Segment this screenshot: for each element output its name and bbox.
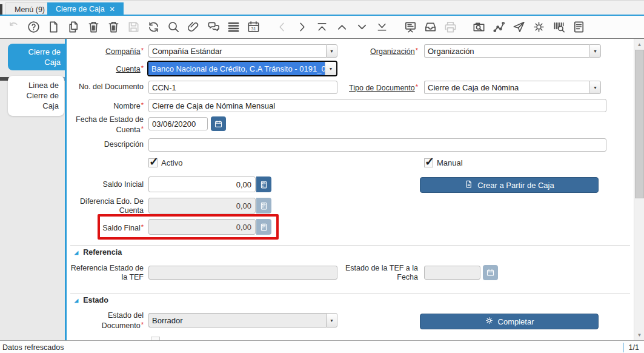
diferencia-label: Diferencia Edo. De Cuenta [67,197,144,215]
window-edge [0,4,2,16]
lines-icon[interactable] [224,18,243,36]
top-icon[interactable] [313,18,331,36]
tab-cierre-de-caja[interactable]: Cierre de Caja ✕ [47,2,124,16]
trash-icon[interactable] [84,18,103,36]
activo-checkbox[interactable]: ✓ [148,158,158,167]
barcode-icon[interactable] [549,18,568,36]
check-icon: ✓ [425,155,434,169]
no-documento-input[interactable]: CCN-1 [148,81,337,94]
referencia-section-label: Referencia [83,248,122,257]
estado-section-label: Estado [83,296,108,304]
next-icon[interactable] [293,18,311,36]
activo-checkbox-row: ✓ Activo [148,158,182,167]
chevron-down-icon[interactable]: ▼ [589,44,601,58]
chevron-down-icon[interactable]: ▼ [326,313,337,328]
nombre-label: Nombre* [67,101,144,111]
vertical-scrollbar[interactable]: ▲ ▼ [634,39,644,340]
fecha-estado-input[interactable]: 03/06/20200 [148,117,208,130]
search-icon[interactable] [164,18,183,36]
manual-label: Manual [437,158,463,167]
organizacion-value[interactable]: Organización [424,44,589,58]
sidebar-tab-cierre-de-caja[interactable]: Cierre de Caja [8,44,67,70]
workflow-icon[interactable] [490,18,508,36]
organizacion-label[interactable]: Organización* [339,46,418,56]
form-panel: Compañía* Compañía Estándar ▼ Organizaci… [67,39,634,340]
completar-button-label: Completar [498,317,534,326]
down-icon[interactable] [353,18,371,36]
chevron-down-icon[interactable]: ▼ [589,81,601,94]
saldo-final-label: Saldo Final* [67,223,144,233]
copy-icon[interactable] [64,18,83,36]
fecha-estado-label: Fecha de Estado de Cuenta* [67,115,144,135]
find-icon[interactable] [470,18,488,36]
nombre-input[interactable]: Cierre de Caja de Nómina Mensual [148,99,606,112]
estado-documento-combo[interactable]: Borrador ▼ [148,313,337,328]
saldo-final-input: 0,00 [148,219,256,235]
undo-icon [4,18,23,36]
application-window: Menú (9) Cierre de Caja ✕ 31 Cierre de C… [0,0,644,353]
gear-icon [485,316,494,327]
saldo-inicial-label: Saldo Inicial [67,180,144,189]
tipo-documento-combo[interactable]: Cierre de Caja de Nómina ▼ [424,81,601,94]
new-icon[interactable] [44,18,63,36]
collapse-triangle-icon: ◢ [75,298,78,303]
chevron-down-icon[interactable]: ▼ [325,62,336,75]
calendar-button[interactable] [211,116,226,131]
help-icon[interactable] [24,18,43,36]
diferencia-field: 0,00 [148,198,271,213]
compania-combo[interactable]: Compañía Estándar ▼ [148,44,337,58]
status-message: Datos refrescados [0,343,623,352]
up-icon[interactable] [333,18,351,36]
archive-icon[interactable] [421,18,440,36]
compania-value[interactable]: Compañía Estándar [148,44,326,58]
cuenta-combo[interactable]: Banco Nacional de Crédito, C.A Tránsito … [147,61,337,76]
estado-documento-value[interactable]: Borrador [148,313,326,328]
scroll-up-arrow-icon[interactable]: ▲ [634,39,644,49]
estado-documento-label: Estado del Documento* [67,311,144,331]
estado-tef-fecha-label: Estado de la TEF a la Fecha [339,264,418,282]
document-icon [464,180,473,190]
status-bar: Datos refrescados 1/1 [0,340,644,353]
activo-label: Activo [161,158,182,167]
calendar-icon[interactable]: 31 [244,18,263,36]
organizacion-combo[interactable]: Organización ▼ [424,44,601,58]
tipo-documento-label[interactable]: Tipo de Documento* [339,82,418,93]
status-separator [623,343,624,352]
descripcion-label: Descripción [67,140,144,149]
manual-checkbox[interactable]: ✓ [424,158,433,167]
refresh-icon[interactable] [144,18,163,36]
saldo-inicial-input[interactable]: 0,00 [148,176,256,192]
attach-icon[interactable] [184,18,203,36]
estado-tef-fecha-input [424,266,480,280]
scroll-down-arrow-icon[interactable]: ▼ [634,330,644,340]
completar-button[interactable]: Completar [420,314,599,329]
send-icon[interactable] [510,18,528,36]
cuenta-label[interactable]: Cuenta* [67,64,144,74]
collapse-triangle-icon: ◢ [75,250,78,255]
tab-active-label: Cierre de Caja [56,5,105,13]
descripcion-input[interactable] [148,138,606,152]
sidebar-accent-line [65,39,67,340]
crear-a-partir-button[interactable]: Crear a Partir de Caja [420,177,599,193]
tipo-documento-value[interactable]: Cierre de Caja de Nómina [424,81,589,94]
referencia-section-header[interactable]: ◢ Referencia [75,248,122,257]
chevron-down-icon[interactable]: ▼ [326,44,337,58]
close-icon[interactable]: ✕ [110,6,115,13]
gear-icon[interactable] [529,18,548,36]
bottom-icon[interactable] [373,18,391,36]
print-icon [441,18,460,36]
chat-icon[interactable] [204,18,223,36]
report-icon[interactable] [401,18,420,36]
estado-section-header[interactable]: ◢ Estado [75,296,108,304]
compania-label[interactable]: Compañía* [67,46,144,56]
trash2-icon[interactable] [104,18,123,36]
referencia-tef-input [148,266,337,280]
cuenta-value[interactable]: Banco Nacional de Crédito, C.A Tránsito … [148,62,325,75]
sidebar-tab-linea-de-cierre[interactable]: Linea de Cierre de Caja [8,76,64,116]
scrollbar-thumb[interactable] [635,50,644,198]
calculator-button[interactable] [256,176,271,192]
manual-checkbox-row: ✓ Manual [424,158,463,167]
record-counter: 1/1 [629,343,644,352]
saldo-inicial-field: 0,00 [148,176,271,192]
memo-icon[interactable] [569,18,588,36]
